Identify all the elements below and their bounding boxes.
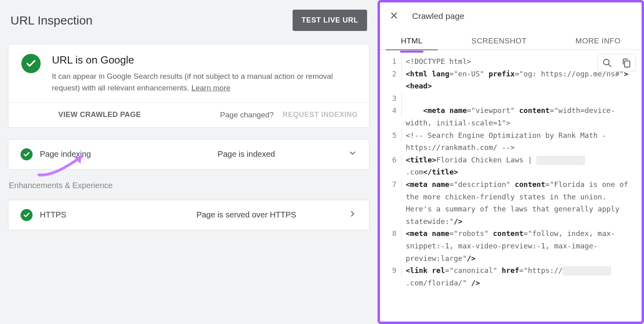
enhancements-heading: Enhancements & Experience bbox=[8, 181, 369, 190]
code-line: 7<meta name="description" content="Flori… bbox=[380, 178, 636, 228]
learn-more-link[interactable]: Learn more bbox=[191, 84, 230, 92]
status-actions: VIEW CRAWLED PAGE Page changed? REQUEST … bbox=[8, 103, 369, 127]
code-line: 5<!-- Search Engine Optimization by Rank… bbox=[380, 129, 636, 154]
crawled-page-panel: ✕ Crawled page HTML SCREENSHOT MORE INFO… bbox=[378, 0, 644, 324]
https-row[interactable]: HTTPS Page is served over HTTPS bbox=[8, 200, 369, 230]
https-label: HTTPS bbox=[40, 210, 144, 219]
code-area: 1<!DOCTYPE html> 2<html lang="en-US" pre… bbox=[380, 50, 642, 322]
tab-more-info[interactable]: MORE INFO bbox=[575, 33, 621, 49]
test-live-url-button[interactable]: TEST LIVE URL bbox=[293, 10, 367, 31]
right-header: ✕ Crawled page bbox=[380, 2, 642, 25]
view-crawled-page-button[interactable]: VIEW CRAWLED PAGE bbox=[58, 111, 141, 119]
code-line: 6<title>Florida Chicken Laws | .com</tit… bbox=[380, 154, 636, 178]
crawled-page-title: Crawled page bbox=[412, 11, 464, 21]
tabbar: HTML SCREENSHOT MORE INFO bbox=[380, 33, 642, 50]
header-row: URL Inspection TEST LIVE URL bbox=[6, 6, 371, 41]
redacted-domain bbox=[563, 267, 611, 275]
status-description: It can appear in Google Search results (… bbox=[52, 70, 358, 94]
status-heading: URL is on Google bbox=[52, 54, 358, 66]
check-icon bbox=[21, 209, 33, 221]
main-panel: URL Inspection TEST LIVE URL URL is on G… bbox=[0, 0, 378, 324]
page-indexing-value: Page is indexed bbox=[144, 150, 348, 159]
code-line: 4 <meta name="viewport" content="width=d… bbox=[380, 105, 636, 129]
request-indexing-button[interactable]: REQUEST INDEXING bbox=[283, 111, 358, 119]
chevron-down-icon bbox=[348, 149, 357, 160]
search-icon[interactable] bbox=[602, 57, 612, 68]
status-card: URL is on Google It can appear in Google… bbox=[8, 44, 369, 128]
tab-screenshot[interactable]: SCREENSHOT bbox=[471, 33, 527, 49]
code-toolbar bbox=[597, 54, 636, 72]
svg-line-1 bbox=[609, 64, 611, 67]
page-title: URL Inspection bbox=[10, 14, 93, 27]
page-indexing-label: Page indexing bbox=[40, 150, 144, 159]
chevron-right-icon bbox=[348, 209, 357, 221]
check-icon bbox=[21, 54, 41, 73]
code-line: 3 bbox=[380, 92, 636, 105]
redacted-domain bbox=[537, 156, 585, 165]
https-value: Page is served over HTTPS bbox=[144, 210, 348, 219]
page-indexing-row[interactable]: Page indexing Page is indexed bbox=[8, 139, 369, 170]
copy-icon[interactable] bbox=[621, 57, 632, 68]
check-icon bbox=[21, 148, 33, 160]
code-line: 2<html lang="en-US" prefix="og: https://… bbox=[380, 68, 636, 92]
status-text: URL is on Google It can appear in Google… bbox=[52, 54, 358, 94]
page-changed-label: Page changed? bbox=[220, 111, 274, 119]
code-line: 9<link rel="canonical" href="https://.co… bbox=[380, 265, 636, 289]
svg-rect-2 bbox=[625, 61, 630, 67]
code-line: 8<meta name="robots" content="follow, in… bbox=[380, 228, 636, 265]
tab-html[interactable]: HTML bbox=[400, 33, 423, 49]
close-icon[interactable]: ✕ bbox=[390, 10, 398, 22]
status-top: URL is on Google It can appear in Google… bbox=[8, 44, 369, 103]
